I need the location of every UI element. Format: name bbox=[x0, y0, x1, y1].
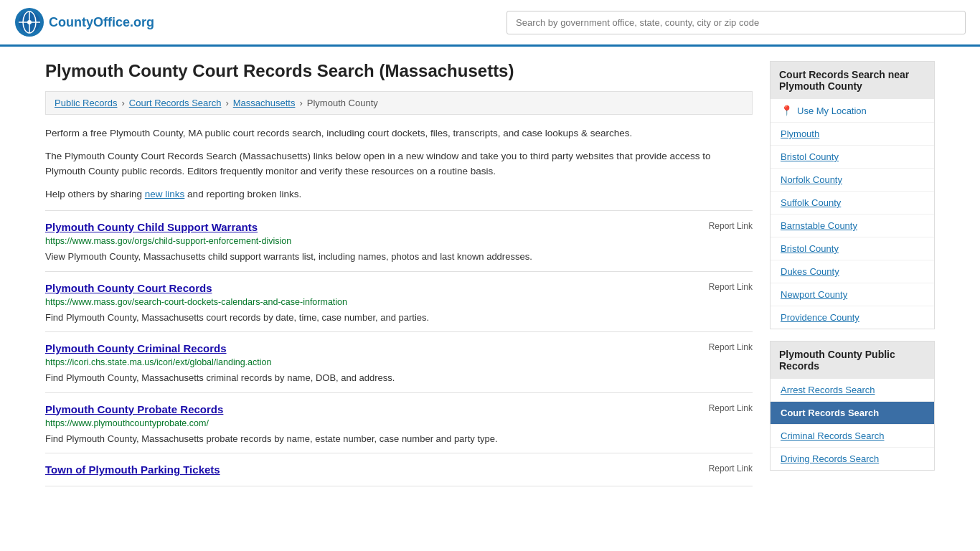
use-location-label: Use My Location bbox=[797, 105, 867, 116]
record-url: https://www.mass.gov/search-court-docket… bbox=[45, 297, 753, 307]
sidebar-nearby-links: PlymouthBristol CountyNorfolk CountySuff… bbox=[771, 123, 934, 329]
sidebar-public-records-link[interactable]: Criminal Records Search bbox=[771, 425, 934, 448]
record-title[interactable]: Plymouth County Child Support Warrants bbox=[45, 221, 258, 233]
record-header: Plymouth County Court Records Report Lin… bbox=[45, 282, 753, 294]
logo[interactable]: CountyOffice.org bbox=[14, 7, 154, 37]
description-para3: Help others by sharing new links and rep… bbox=[45, 187, 753, 202]
breadcrumb-sep-3: › bbox=[299, 98, 302, 108]
sidebar-nearby-link[interactable]: Bristol County bbox=[771, 146, 934, 169]
record-item: Town of Plymouth Parking Tickets Report … bbox=[45, 453, 753, 486]
location-icon: 📍 bbox=[781, 105, 793, 116]
sidebar-public-records-section: Plymouth County Public Records Arrest Re… bbox=[770, 341, 935, 471]
record-item: Plymouth County Court Records Report Lin… bbox=[45, 271, 753, 332]
record-desc: Find Plymouth County, Massachusetts prob… bbox=[45, 432, 753, 446]
records-list: Plymouth County Child Support Warrants R… bbox=[45, 210, 753, 486]
sidebar-nearby-link[interactable]: Norfolk County bbox=[771, 169, 934, 192]
record-desc: Find Plymouth County, Massachusetts cour… bbox=[45, 311, 753, 325]
description-para2: The Plymouth County Court Records Search… bbox=[45, 149, 753, 179]
record-header: Plymouth County Child Support Warrants R… bbox=[45, 221, 753, 233]
record-url: https://icori.chs.state.ma.us/icori/ext/… bbox=[45, 357, 753, 367]
breadcrumb-current: Plymouth County bbox=[307, 98, 378, 108]
sidebar-nearby-link[interactable]: Providence County bbox=[771, 306, 934, 329]
search-bar bbox=[507, 11, 966, 34]
logo-icon bbox=[14, 7, 44, 37]
breadcrumb-sep-2: › bbox=[225, 98, 228, 108]
breadcrumb-court-records-search[interactable]: Court Records Search bbox=[129, 98, 222, 108]
sidebar-public-records-link[interactable]: Arrest Records Search bbox=[771, 379, 934, 402]
report-link[interactable]: Report Link bbox=[709, 221, 753, 231]
sidebar-nearby-link[interactable]: Plymouth bbox=[771, 123, 934, 146]
breadcrumb: Public Records › Court Records Search › … bbox=[45, 91, 753, 115]
sidebar-public-records-links: Arrest Records SearchCourt Records Searc… bbox=[771, 379, 934, 470]
record-header: Town of Plymouth Parking Tickets Report … bbox=[45, 463, 753, 476]
header: CountyOffice.org bbox=[0, 0, 980, 47]
report-link[interactable]: Report Link bbox=[709, 342, 753, 352]
sidebar-public-records-header: Plymouth County Public Records bbox=[771, 342, 934, 379]
logo-org: .org bbox=[130, 15, 154, 29]
report-link[interactable]: Report Link bbox=[709, 282, 753, 292]
record-url: https://www.plymouthcountyprobate.com/ bbox=[45, 418, 753, 428]
record-title[interactable]: Plymouth County Court Records bbox=[45, 282, 212, 294]
record-desc: View Plymouth County, Massachusetts chil… bbox=[45, 250, 753, 264]
logo-brand: CountyOffice bbox=[49, 15, 130, 29]
report-link[interactable]: Report Link bbox=[709, 403, 753, 413]
record-item: Plymouth County Probate Records Report L… bbox=[45, 392, 753, 453]
page-title: Plymouth County Court Records Search (Ma… bbox=[45, 61, 753, 81]
sidebar-public-records-link[interactable]: Driving Records Search bbox=[771, 448, 934, 470]
sidebar-nearby-link[interactable]: Suffolk County bbox=[771, 192, 934, 215]
sidebar-nearby-link[interactable]: Bristol County bbox=[771, 237, 934, 260]
sidebar-nearby-link[interactable]: Barnstable County bbox=[771, 215, 934, 237]
record-title[interactable]: Town of Plymouth Parking Tickets bbox=[45, 463, 220, 476]
sidebar-nearby-link[interactable]: Dukes County bbox=[771, 260, 934, 283]
record-title[interactable]: Plymouth County Probate Records bbox=[45, 403, 223, 415]
svg-point-5 bbox=[27, 20, 32, 24]
search-input[interactable] bbox=[507, 11, 966, 34]
sidebar: Court Records Search near Plymouth Count… bbox=[770, 61, 935, 486]
record-header: Plymouth County Probate Records Report L… bbox=[45, 403, 753, 415]
description-para3-prefix: Help others by sharing bbox=[45, 189, 145, 199]
record-url: https://www.mass.gov/orgs/child-support-… bbox=[45, 236, 753, 246]
sidebar-nearby-header: Court Records Search near Plymouth Count… bbox=[771, 62, 934, 99]
record-desc: Find Plymouth County, Massachusetts crim… bbox=[45, 371, 753, 385]
report-link[interactable]: Report Link bbox=[709, 463, 753, 474]
breadcrumb-sep-1: › bbox=[121, 98, 124, 108]
breadcrumb-public-records[interactable]: Public Records bbox=[55, 98, 117, 108]
record-header: Plymouth County Criminal Records Report … bbox=[45, 342, 753, 354]
logo-text: CountyOffice.org bbox=[49, 15, 154, 30]
sidebar-nearby-link[interactable]: Newport County bbox=[771, 283, 934, 306]
breadcrumb-massachusetts[interactable]: Massachusetts bbox=[233, 98, 296, 108]
sidebar-public-records-link[interactable]: Court Records Search bbox=[771, 402, 934, 425]
record-item: Plymouth County Criminal Records Report … bbox=[45, 331, 753, 392]
content-area: Plymouth County Court Records Search (Ma… bbox=[45, 61, 753, 486]
use-my-location[interactable]: 📍 Use My Location bbox=[771, 99, 934, 123]
description-para3-suffix: and reporting broken links. bbox=[184, 189, 301, 199]
description-para1: Perform a free Plymouth County, MA publi… bbox=[45, 126, 753, 141]
record-title[interactable]: Plymouth County Criminal Records bbox=[45, 342, 227, 354]
sidebar-nearby-section: Court Records Search near Plymouth Count… bbox=[770, 61, 935, 329]
main-container: Plymouth County Court Records Search (Ma… bbox=[31, 47, 949, 501]
new-links-link[interactable]: new links bbox=[145, 189, 185, 199]
record-item: Plymouth County Child Support Warrants R… bbox=[45, 210, 753, 271]
